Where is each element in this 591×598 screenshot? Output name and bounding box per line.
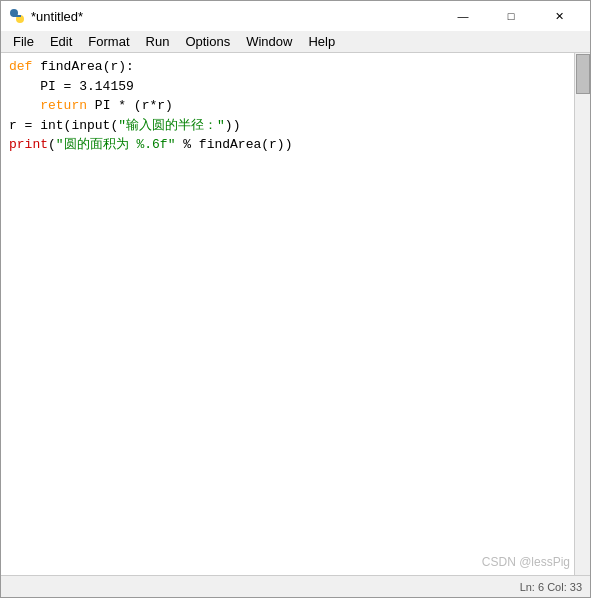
menu-item-options[interactable]: Options [177, 31, 238, 53]
menu-item-run[interactable]: Run [138, 31, 178, 53]
code-line: print("圆的面积为 %.6f" % findArea(r)) [9, 135, 566, 155]
code-line: PI = 3.14159 [9, 77, 566, 97]
code-line: return PI * (r*r) [9, 96, 566, 116]
code-line: r = int(input("输入圆的半径：")) [9, 116, 566, 136]
window-title: *untitled* [31, 9, 83, 24]
menu-item-edit[interactable]: Edit [42, 31, 80, 53]
close-button[interactable]: ✕ [536, 1, 582, 31]
minimize-button[interactable]: — [440, 1, 486, 31]
scrollbar-thumb[interactable] [576, 54, 590, 94]
main-window: *untitled* — □ ✕ FileEditFormatRunOption… [0, 0, 591, 598]
menu-bar: FileEditFormatRunOptionsWindowHelp [1, 31, 590, 53]
python-icon [9, 8, 25, 24]
code-line: def findArea(r): [9, 57, 566, 77]
menu-item-window[interactable]: Window [238, 31, 300, 53]
svg-rect-2 [13, 15, 21, 17]
title-bar: *untitled* — □ ✕ [1, 1, 590, 31]
editor-area: def findArea(r): PI = 3.14159 return PI … [1, 53, 590, 575]
status-bar: Ln: 6 Col: 33 [1, 575, 590, 597]
vertical-scrollbar[interactable] [574, 53, 590, 575]
cursor-position: Ln: 6 Col: 33 [520, 581, 582, 593]
menu-item-help[interactable]: Help [300, 31, 343, 53]
title-bar-buttons: — □ ✕ [440, 1, 582, 31]
menu-item-format[interactable]: Format [80, 31, 137, 53]
code-editor[interactable]: def findArea(r): PI = 3.14159 return PI … [1, 53, 574, 575]
title-bar-left: *untitled* [9, 8, 83, 24]
menu-item-file[interactable]: File [5, 31, 42, 53]
maximize-button[interactable]: □ [488, 1, 534, 31]
